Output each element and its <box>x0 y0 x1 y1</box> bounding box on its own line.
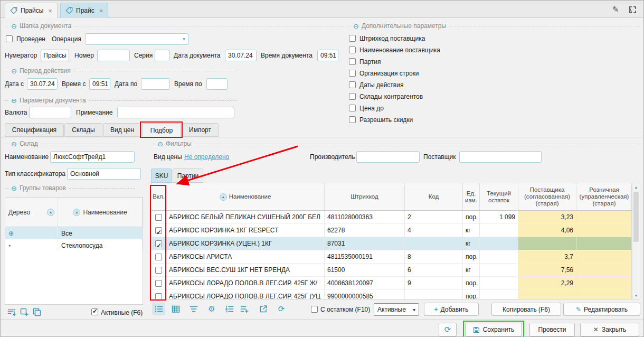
column-header-supplier-price[interactable]: Поставщика (согласованная) (старая) <box>518 183 576 211</box>
tab-specifikaciya[interactable]: Спецификация <box>5 123 64 137</box>
tab-sklady[interactable]: Склады <box>64 123 102 137</box>
copy-button[interactable]: Копировать (F6) <box>491 303 561 316</box>
row-checkbox-cell[interactable] <box>151 250 166 264</box>
operation-select[interactable]: ▾ <box>85 33 188 45</box>
row-checkbox-cell[interactable] <box>151 211 166 224</box>
param-checkbox[interactable] <box>349 81 356 88</box>
scroll-up-icon[interactable]: ▲ <box>632 183 640 191</box>
row-checkbox-cell[interactable] <box>151 264 166 277</box>
tab-import[interactable]: Импорт <box>182 123 219 137</box>
table-scrollbar[interactable]: ▲ ▼ <box>632 183 640 299</box>
numerator-button[interactable]: Прайсы <box>41 50 69 61</box>
price-type-link[interactable]: Не определено <box>184 151 229 163</box>
supplier-input[interactable] <box>459 151 542 163</box>
tab-prais[interactable]: Прайс × <box>60 3 108 18</box>
manufacturer-input[interactable] <box>356 151 420 163</box>
grid-view-icon[interactable] <box>169 303 182 315</box>
sort-icon[interactable]: ▲ <box>73 209 80 216</box>
param-checkbox[interactable] <box>349 58 356 65</box>
column-header-name[interactable]: ▲ Наименование <box>166 183 325 211</box>
row-checkbox-cell[interactable] <box>151 277 166 290</box>
tree-row[interactable]: ⊕ Все <box>5 227 143 239</box>
open-external-icon[interactable] <box>257 303 270 315</box>
row-checkbox-cell[interactable] <box>151 224 166 237</box>
param-checkbox[interactable] <box>349 35 356 42</box>
param-checkbox[interactable] <box>349 93 356 100</box>
column-header-vkl[interactable]: Вкл. <box>151 183 166 211</box>
param-checkbox[interactable] <box>349 105 356 111</box>
scrollbar-thumb[interactable] <box>633 192 639 242</box>
row-checkbox[interactable] <box>155 227 162 234</box>
close-tab-icon[interactable]: × <box>48 7 52 15</box>
tab-praisy[interactable]: Прайсы × <box>5 3 58 18</box>
sort-filter-icon[interactable] <box>6 307 17 317</box>
row-checkbox[interactable] <box>155 254 162 260</box>
expand-node-icon[interactable]: ⊕ <box>8 230 14 237</box>
bulleted-list-icon[interactable] <box>153 303 165 315</box>
close-tab-icon[interactable]: × <box>99 7 103 15</box>
numbered-list-icon[interactable] <box>223 303 236 315</box>
with-stock-checkbox[interactable] <box>311 306 318 313</box>
filter-lines-icon[interactable] <box>187 303 200 315</box>
gear-icon[interactable]: ⚙ <box>205 303 218 315</box>
maximize-icon[interactable] <box>626 4 639 15</box>
tab-podbor[interactable]: Подбор <box>142 123 181 137</box>
tree-column-header[interactable]: ▲ Наименование <box>58 198 143 227</box>
refresh-button[interactable]: ⟳ <box>439 323 457 336</box>
sort-icon[interactable]: ▲ <box>47 209 54 216</box>
table-row[interactable]: АБРИКОСЫ ВЕС.СУШ 1КГ НЕТ БРЕНДА 61500 6 … <box>151 264 631 277</box>
param-checkbox[interactable] <box>349 116 356 123</box>
collapse-group-icon[interactable]: ⊖ <box>11 97 17 104</box>
column-header-retail-price[interactable]: Розничная (управленческая) (старая) <box>576 183 632 211</box>
param-checkbox[interactable] <box>349 70 356 77</box>
tab-vid-cen[interactable]: Вид цен <box>103 123 141 137</box>
column-header-barcode[interactable]: Штрихкод <box>325 183 405 211</box>
date-from-input[interactable]: 30.07.24 <box>27 78 58 90</box>
tab-sku[interactable]: SKU <box>151 168 172 183</box>
table-row[interactable]: АБРИКОСЫ АРИСТА 4811535000191 8 пор. 3,7 <box>151 250 631 264</box>
row-checkbox-cell[interactable] <box>151 290 166 299</box>
scroll-down-icon[interactable]: ▼ <box>632 292 640 299</box>
row-checkbox[interactable] <box>155 280 162 287</box>
table-row[interactable]: АБРИКОСЫ ЛОРАДО ПОЛОВ.В ЛЕГ.СИР. 425Г Ж/… <box>151 277 631 290</box>
currency-input[interactable] <box>29 107 71 118</box>
time-to-input[interactable] <box>206 78 228 90</box>
warehouse-name-input[interactable]: ЛюксСофтТрейд1 <box>50 151 135 163</box>
row-checkbox[interactable] <box>155 267 162 274</box>
classifier-input[interactable]: Основной <box>67 168 141 180</box>
collapse-group-icon[interactable]: ⊖ <box>11 23 17 30</box>
doc-date-input[interactable]: 30.07.24 <box>225 50 257 61</box>
collapse-group-icon[interactable]: ⊖ <box>353 23 359 30</box>
tab-partii[interactable]: Партии <box>173 168 203 183</box>
active-groups-checkbox[interactable] <box>91 308 98 315</box>
row-checkbox[interactable] <box>155 240 162 247</box>
collapse-group-icon[interactable]: ⊖ <box>11 141 17 147</box>
number-input[interactable] <box>97 50 130 61</box>
row-checkbox-cell[interactable] <box>151 237 166 250</box>
collapse-group-icon[interactable]: ⊖ <box>11 185 17 192</box>
add-row-icon[interactable] <box>238 303 251 315</box>
note-input[interactable] <box>117 107 234 118</box>
save-button[interactable]: Сохранить <box>465 323 522 336</box>
post-button[interactable]: Провести <box>529 323 575 336</box>
add-window-icon[interactable] <box>18 307 30 317</box>
param-checkbox[interactable] <box>349 46 356 53</box>
state-filter-select[interactable]: Активные ▾ <box>374 303 419 316</box>
table-row[interactable]: АБРИКОС КОРЗИНКА (УЦЕН.) 1КГ 87031 кг <box>151 237 631 250</box>
date-to-input[interactable] <box>141 78 170 90</box>
tree-column-header[interactable]: Дерево ▲ <box>5 198 58 227</box>
table-row[interactable]: АБРИКОСЫ ЛОРАДО ПОЛОВ.В ЛЕГ.СИР. 425Г (У… <box>151 290 631 299</box>
table-row[interactable]: АБРИКОС БЕЛЫЙ ПЕЛИКАН СУШЕНЫЙ 200Г БЕЛ 4… <box>151 211 631 224</box>
column-header-unit[interactable]: Ед. изм. <box>463 183 480 211</box>
add-button[interactable]: + Добавить <box>424 303 479 316</box>
edit-pencil-icon[interactable]: ✎ <box>609 4 622 15</box>
sort-ascending-icon[interactable]: ▲ <box>220 193 227 201</box>
time-from-input[interactable]: 09:51 <box>89 78 110 90</box>
posted-checkbox[interactable] <box>6 35 13 42</box>
row-checkbox[interactable] <box>155 214 162 221</box>
column-header-stock[interactable]: Текущий остаток <box>480 183 518 211</box>
close-button[interactable]: ✕ Закрыть <box>580 323 639 336</box>
collapse-group-icon[interactable]: ⊖ <box>157 141 163 147</box>
tree-row[interactable]: ● Стеклопосуда <box>5 239 143 251</box>
doc-time-input[interactable]: 09:51 <box>317 50 338 61</box>
